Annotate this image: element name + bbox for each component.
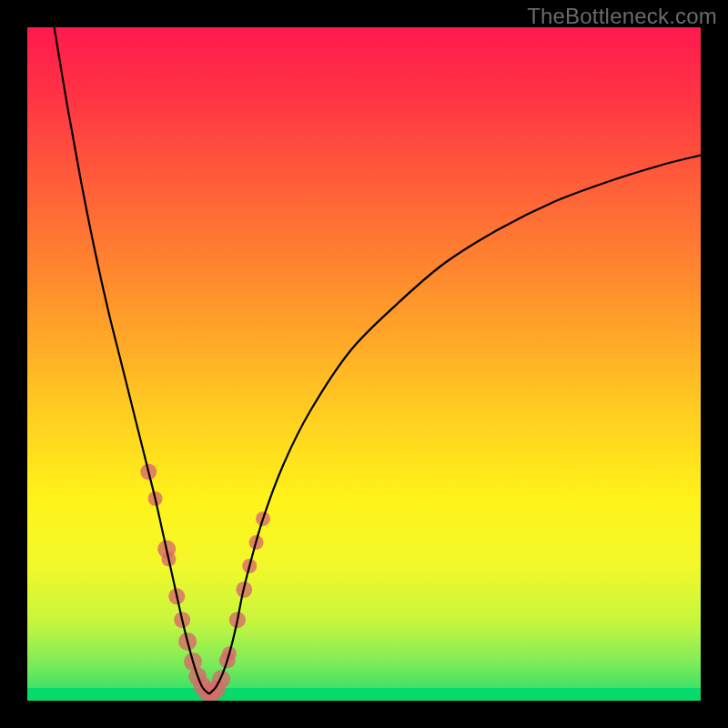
curve-layer <box>27 27 701 701</box>
plot-area <box>27 27 701 701</box>
chart-frame: TheBottleneck.com <box>0 0 728 728</box>
watermark-text: TheBottleneck.com <box>527 4 717 29</box>
marker-dots <box>140 463 270 701</box>
right-curve <box>209 156 701 694</box>
left-curve <box>55 27 209 694</box>
